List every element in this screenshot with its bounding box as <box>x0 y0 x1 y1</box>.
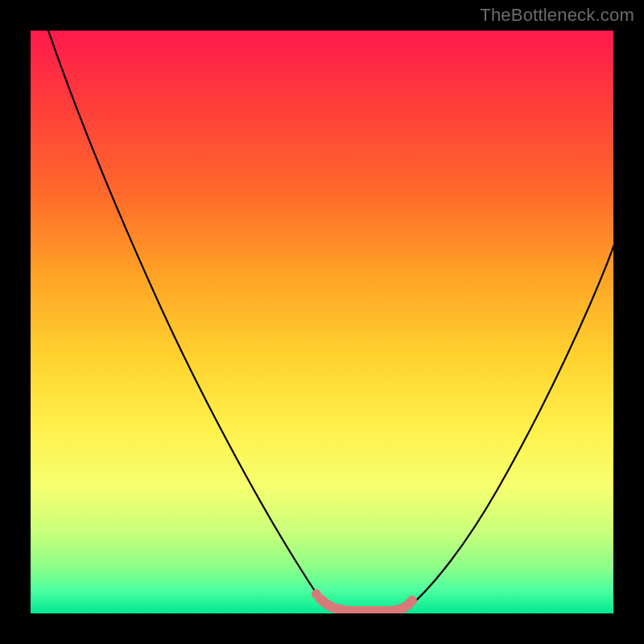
bottleneck-minimum-marker <box>320 599 412 611</box>
bottleneck-curve-left <box>48 31 328 607</box>
watermark-text: TheBottleneck.com <box>480 5 634 26</box>
curve-layer <box>31 31 613 613</box>
bottleneck-marker-start-dot <box>312 589 321 599</box>
plot-area <box>31 31 613 613</box>
chart-frame: TheBottleneck.com <box>0 0 644 644</box>
bottleneck-curve-right <box>409 246 613 607</box>
